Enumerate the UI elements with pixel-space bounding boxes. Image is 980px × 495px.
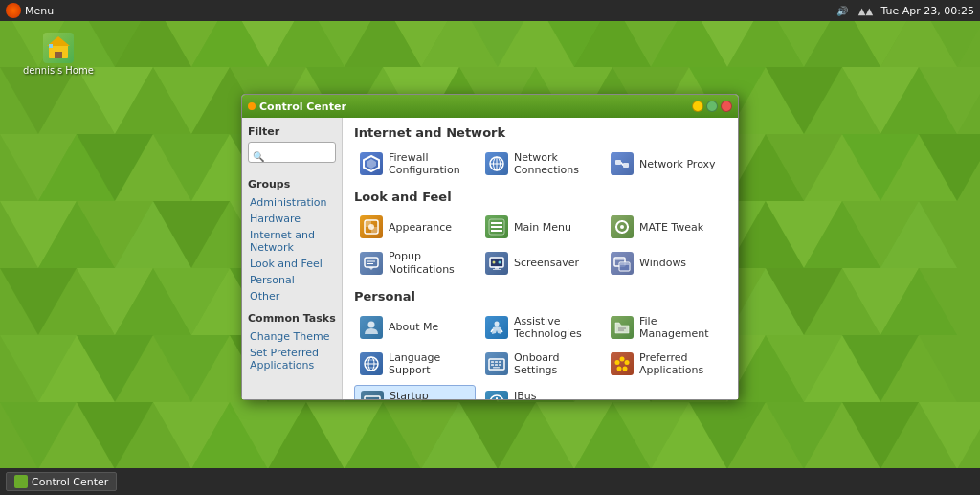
firewall-item[interactable]: Firewall Configuration	[354, 147, 476, 180]
preferred-applications-label: Preferred Applications	[639, 351, 721, 376]
groups-label: Groups	[248, 178, 336, 191]
svg-marker-202	[368, 267, 374, 270]
minimize-button[interactable]	[692, 101, 703, 112]
language-support-icon	[360, 352, 383, 375]
panel-right: 🔊 ▲▲ Tue Apr 23, 00:25	[835, 3, 974, 18]
startup-applications-item[interactable]: Startup Applications Choose what applica…	[354, 385, 476, 400]
assistive-tech-label: Assistive Technologies	[514, 315, 595, 340]
window-title-label: Control Center	[259, 101, 346, 113]
menu-label: Menu	[25, 5, 54, 17]
onboard-settings-label: Onboard Settings	[514, 351, 595, 376]
sidebar: Filter 🔍 Groups Administration Hardware …	[242, 118, 343, 399]
svg-rect-188	[371, 227, 377, 233]
startup-applications-icon	[361, 391, 384, 399]
svg-rect-229	[495, 364, 498, 366]
common-tasks-label: Common Tasks	[248, 312, 336, 325]
home-icon-label: dennis's Home	[23, 65, 94, 76]
svg-rect-208	[493, 269, 501, 270]
appearance-label: Appearance	[389, 221, 452, 234]
search-icon: 🔍	[253, 151, 264, 162]
windows-icon	[611, 252, 634, 275]
internet-network-grid: Firewall Configuration Network Connectio…	[354, 147, 726, 180]
sidebar-item-other[interactable]: Other	[248, 288, 336, 304]
main-content: Internet and Network Firewall Configurat…	[343, 118, 738, 399]
appearance-icon	[360, 215, 383, 238]
taskbar-item-icon	[14, 475, 28, 488]
file-management-item[interactable]: File Management	[605, 311, 726, 344]
popup-notifications-item[interactable]: Popup Notifications	[354, 246, 476, 279]
window-body: Filter 🔍 Groups Administration Hardware …	[242, 118, 738, 399]
firewall-icon	[360, 152, 383, 175]
svg-rect-225	[491, 361, 494, 363]
look-feel-heading: Look and Feel	[354, 190, 726, 204]
taskbar-item-label: Control Center	[32, 476, 108, 488]
svg-point-234	[623, 367, 628, 371]
sidebar-item-change-theme[interactable]: Change Theme	[248, 328, 336, 345]
sidebar-item-look-feel[interactable]: Look and Feel	[248, 256, 336, 272]
screensaver-item[interactable]: Screensaver	[479, 246, 601, 279]
about-me-icon	[360, 316, 383, 339]
menu-button[interactable]: Menu	[6, 3, 54, 18]
svg-line-184	[621, 163, 623, 166]
popup-notifications-icon	[360, 252, 383, 275]
panel-left: Menu	[6, 3, 54, 18]
svg-marker-177	[367, 159, 376, 169]
control-center-window: Control Center Filter 🔍 Groups Administr…	[241, 94, 739, 400]
svg-point-214	[495, 321, 500, 326]
svg-point-205	[493, 260, 496, 263]
svg-rect-183	[623, 163, 629, 168]
svg-rect-199	[365, 258, 378, 267]
screensaver-label: Screensaver	[514, 257, 579, 269]
bottom-panel: Control Center	[0, 468, 980, 495]
network-connections-item[interactable]: Network Connections	[479, 147, 601, 180]
home-folder-icon[interactable]: dennis's Home	[19, 29, 98, 79]
preferred-applications-icon	[611, 352, 634, 375]
svg-rect-182	[615, 160, 621, 165]
window-titlebar: Control Center	[242, 95, 738, 118]
personal-heading: Personal	[354, 289, 726, 304]
appearance-item[interactable]: Appearance	[354, 212, 476, 242]
onboard-settings-item[interactable]: Onboard Settings	[479, 348, 601, 380]
sidebar-item-internet-network[interactable]: Internet and Network	[248, 227, 336, 256]
sidebar-item-set-preferred[interactable]: Set Preferred Applications	[248, 345, 336, 373]
svg-rect-175	[49, 44, 53, 48]
top-panel: Menu 🔊 ▲▲ Tue Apr 23, 00:25	[0, 0, 980, 21]
main-menu-label: Main Menu	[514, 221, 571, 234]
network-connections-label: Network Connections	[514, 151, 595, 176]
window-title-icon	[248, 102, 256, 110]
svg-point-206	[499, 260, 501, 263]
filter-label: Filter	[248, 125, 336, 138]
svg-point-236	[615, 360, 620, 365]
datetime-display: Tue Apr 23, 00:25	[880, 5, 974, 17]
about-me-item[interactable]: About Me	[354, 311, 476, 344]
language-support-item[interactable]: Language Support	[354, 348, 476, 380]
svg-rect-212	[620, 263, 629, 265]
mate-tweak-label: MATE Tweak	[639, 221, 703, 234]
sidebar-item-hardware[interactable]: Hardware	[248, 211, 336, 227]
windows-item[interactable]: Windows	[605, 246, 726, 279]
ibus-preferences-item[interactable]: IBus Preferences	[479, 385, 601, 400]
screensaver-icon	[485, 252, 508, 275]
assistive-tech-item[interactable]: Assistive Technologies	[479, 311, 601, 344]
about-me-label: About Me	[389, 321, 438, 333]
audio-icon[interactable]: 🔊	[835, 3, 850, 18]
taskbar-control-center[interactable]: Control Center	[6, 472, 117, 491]
mate-tweak-item[interactable]: MATE Tweak	[605, 212, 726, 242]
preferred-applications-item[interactable]: Preferred Applications	[605, 348, 726, 380]
svg-rect-174	[55, 52, 62, 58]
svg-point-194	[620, 225, 624, 229]
close-button[interactable]	[721, 101, 732, 112]
svg-rect-187	[366, 221, 371, 227]
svg-point-233	[625, 360, 630, 365]
popup-notifications-label: Popup Notifications	[389, 250, 470, 275]
home-icon-image	[43, 33, 74, 63]
svg-rect-210	[615, 259, 624, 260]
maximize-button[interactable]	[706, 101, 718, 112]
sidebar-item-personal[interactable]: Personal	[248, 272, 336, 288]
network-proxy-item[interactable]: Network Proxy	[605, 147, 726, 180]
svg-rect-227	[499, 361, 501, 363]
sidebar-item-administration[interactable]: Administration	[248, 194, 336, 211]
main-menu-item[interactable]: Main Menu	[479, 212, 601, 242]
network-proxy-label: Network Proxy	[639, 158, 716, 170]
network-proxy-icon	[611, 152, 634, 175]
